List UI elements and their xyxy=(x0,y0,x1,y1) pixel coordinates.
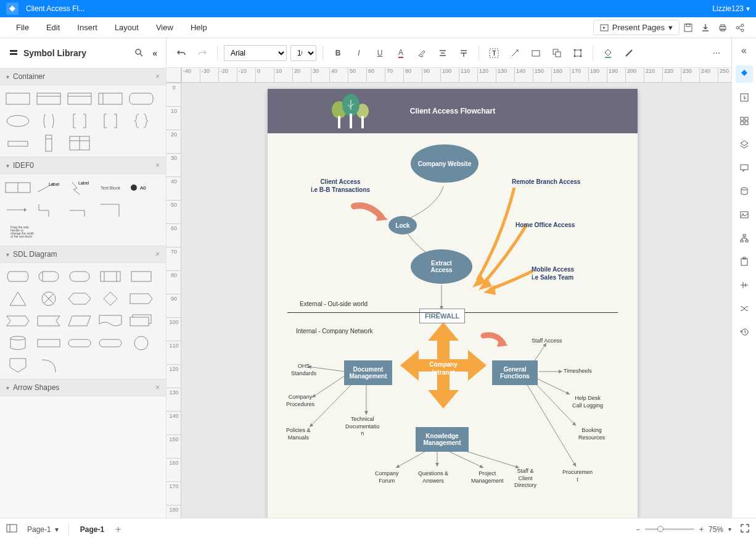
shape-rect-header[interactable] xyxy=(35,89,63,109)
shape-sdl-arc[interactable] xyxy=(35,355,63,375)
shape-sdl-doc[interactable] xyxy=(96,311,125,331)
close-icon[interactable]: × xyxy=(155,383,160,392)
shape-rect-header2[interactable] xyxy=(65,89,94,109)
clipboard-icon[interactable] xyxy=(736,253,753,270)
shape-sdl-diamond[interactable] xyxy=(96,289,125,309)
shape-sdl-stack[interactable] xyxy=(127,311,155,331)
sitemap-icon[interactable] xyxy=(736,230,753,247)
outline-icon[interactable] xyxy=(6,524,17,534)
shape-sdl-circle-x[interactable] xyxy=(35,289,63,309)
shape-ellipse[interactable] xyxy=(4,111,32,131)
menu-layout[interactable]: Layout xyxy=(106,23,147,32)
shape-sdl-hex[interactable] xyxy=(65,289,94,309)
node-extract-access[interactable]: Extract Access xyxy=(411,249,472,284)
shape-rounded[interactable] xyxy=(127,89,155,109)
shape-idef-note[interactable]: Drag the side handle to change the width… xyxy=(4,222,41,242)
theme-icon[interactable] xyxy=(736,65,753,83)
shape-sdl-round2[interactable] xyxy=(65,333,94,353)
close-icon[interactable]: × xyxy=(155,72,160,81)
section-container[interactable]: ▾ Container × xyxy=(0,68,166,85)
underline-button[interactable]: U xyxy=(371,44,388,62)
shape-parens[interactable] xyxy=(35,111,63,131)
grid-icon[interactable] xyxy=(736,112,753,130)
shape-sdl-4[interactable] xyxy=(96,267,125,286)
shape-idef-node[interactable]: A0 xyxy=(127,178,155,197)
shape-idef-text[interactable]: Text Block xyxy=(96,178,125,197)
share-button[interactable] xyxy=(731,19,749,36)
connector-button[interactable] xyxy=(506,44,524,62)
shape-sdl-msgin[interactable] xyxy=(35,311,63,331)
font-size-select[interactable]: 10 xyxy=(290,45,316,61)
menu-edit[interactable]: Edit xyxy=(38,23,68,32)
comment-icon[interactable] xyxy=(736,159,753,177)
shuffle-icon[interactable] xyxy=(736,300,753,317)
close-icon[interactable]: × xyxy=(155,250,160,259)
shape-sdl-pill[interactable] xyxy=(96,333,125,353)
shape-sdl-1[interactable] xyxy=(4,267,32,286)
fullscreen-button[interactable] xyxy=(740,523,750,535)
valign-button[interactable] xyxy=(455,44,472,62)
database-icon[interactable] xyxy=(736,183,753,200)
menu-view[interactable]: View xyxy=(147,23,182,32)
shape-grid[interactable] xyxy=(65,133,94,153)
shape-sdl-circle[interactable] xyxy=(127,333,155,353)
zoom-slider[interactable] xyxy=(645,528,694,530)
export-icon[interactable] xyxy=(736,89,753,106)
align-button[interactable] xyxy=(434,44,451,62)
user-menu[interactable]: Lizzie123 ▾ xyxy=(712,4,750,13)
add-page-button[interactable]: + xyxy=(115,524,121,535)
redo-button[interactable] xyxy=(194,44,211,62)
shape-sdl-skew[interactable] xyxy=(65,311,94,331)
page-selector[interactable]: Page-1 ▾ xyxy=(22,524,64,535)
shape-brackets[interactable] xyxy=(65,111,94,131)
canvas-scroll[interactable]: Client Access Flowchart xyxy=(181,83,731,518)
shape-sdl-3[interactable] xyxy=(65,267,94,286)
shape-small-rect[interactable] xyxy=(4,133,32,153)
node-general-functions[interactable]: General Functions xyxy=(492,360,538,385)
undo-button[interactable] xyxy=(173,44,190,62)
menu-file[interactable]: File xyxy=(7,23,38,32)
search-icon[interactable] xyxy=(134,48,144,59)
section-arrow[interactable]: ▾ Arrow Shapes × xyxy=(0,379,166,396)
shape-sdl-5[interactable] xyxy=(127,267,155,286)
menu-help[interactable]: Help xyxy=(182,23,216,32)
more-button[interactable]: ⋯ xyxy=(708,44,725,62)
shape-idef-box[interactable] xyxy=(4,178,32,197)
shape-brackets2[interactable] xyxy=(96,111,125,131)
shape-sdl-cylinder[interactable] xyxy=(4,333,32,353)
shape-idef-arrow[interactable] xyxy=(4,200,32,220)
bold-button[interactable]: B xyxy=(329,44,347,62)
shape-idef-step2[interactable] xyxy=(65,200,94,220)
shape-sdl-2[interactable] xyxy=(35,267,63,286)
download-button[interactable] xyxy=(697,19,714,36)
shape-braces[interactable] xyxy=(127,111,155,131)
text-tool-button[interactable]: T xyxy=(485,44,503,62)
shape-sdl-shield[interactable] xyxy=(4,355,32,375)
node-document-mgmt[interactable]: Document Management xyxy=(344,360,392,385)
page-tab-1[interactable]: Page-1 xyxy=(74,523,110,536)
collapse-panel-icon[interactable]: « xyxy=(152,48,157,58)
font-select[interactable]: Arial xyxy=(224,45,287,61)
print-button[interactable] xyxy=(714,19,731,36)
shape-column[interactable] xyxy=(35,133,63,153)
node-firewall[interactable]: FIREWALL xyxy=(419,309,465,323)
shape-fill-button[interactable] xyxy=(527,44,544,62)
group-button[interactable] xyxy=(569,44,586,62)
fill-color-button[interactable] xyxy=(599,44,617,62)
zoom-out-button[interactable]: − xyxy=(636,525,640,534)
shape-rect[interactable] xyxy=(4,89,32,109)
collapse-rail-icon[interactable]: « xyxy=(736,42,753,59)
arrange-button[interactable] xyxy=(548,44,565,62)
close-icon[interactable]: × xyxy=(155,161,160,170)
shape-idef-label[interactable]: Label xyxy=(35,178,63,197)
node-company-website[interactable]: Company Website xyxy=(411,144,479,183)
shape-sdl-msgout[interactable] xyxy=(4,311,32,331)
section-sdl[interactable]: ▾ SDL Diagram × xyxy=(0,246,166,263)
shape-idef-corner[interactable] xyxy=(96,200,125,220)
zoom-level[interactable]: 75% xyxy=(709,525,723,534)
node-lock[interactable]: Lock xyxy=(388,216,417,235)
font-color-button[interactable]: A xyxy=(392,44,409,62)
page-canvas[interactable]: Client Access Flowchart xyxy=(268,89,638,518)
image-icon[interactable] xyxy=(736,206,753,223)
line-color-button[interactable] xyxy=(620,44,638,62)
